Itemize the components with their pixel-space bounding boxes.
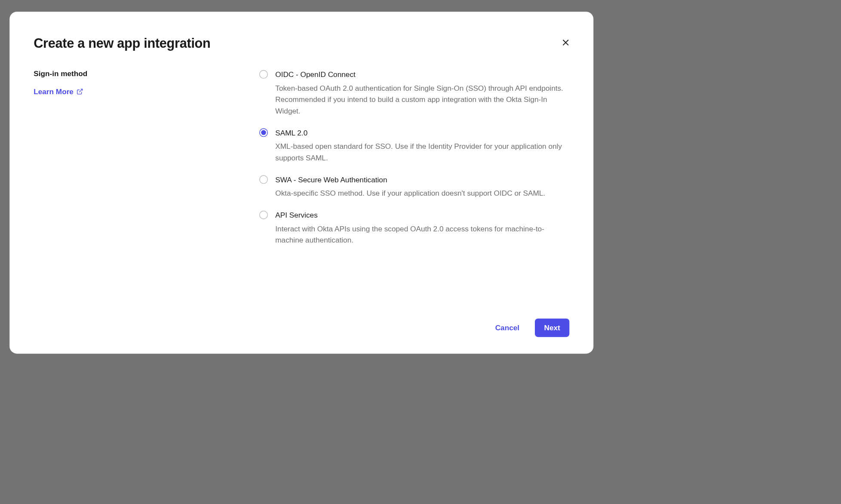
learn-more-link[interactable]: Learn More	[34, 87, 83, 96]
option-desc: Interact with Okta APIs using the scoped…	[275, 223, 569, 246]
svg-line-2	[80, 89, 83, 92]
close-button[interactable]	[560, 37, 571, 48]
option-swa[interactable]: SWA - Secure Web Authentication Okta-spe…	[259, 175, 569, 199]
learn-more-text: Learn More	[34, 87, 74, 96]
external-link-icon	[77, 88, 83, 95]
option-saml[interactable]: SAML 2.0 XML-based open standard for SSO…	[259, 128, 569, 163]
option-oidc[interactable]: OIDC - OpenID Connect Token-based OAuth …	[259, 69, 569, 117]
option-desc: XML-based open standard for SSO. Use if …	[275, 141, 569, 163]
signin-method-label: Sign-in method	[34, 69, 259, 78]
option-api-services[interactable]: API Services Interact with Okta APIs usi…	[259, 210, 569, 246]
modal-title: Create a new app integration	[34, 36, 569, 51]
radio-saml[interactable]	[259, 128, 268, 137]
option-title: API Services	[275, 210, 569, 220]
option-desc: Token-based OAuth 2.0 authentication for…	[275, 82, 569, 117]
cancel-button[interactable]: Cancel	[489, 319, 525, 336]
option-title: SAML 2.0	[275, 128, 569, 138]
option-title: SWA - Secure Web Authentication	[275, 175, 569, 185]
close-icon	[562, 39, 570, 47]
option-title: OIDC - OpenID Connect	[275, 69, 569, 80]
radio-oidc[interactable]	[259, 70, 268, 79]
radio-api-services[interactable]	[259, 211, 268, 219]
modal-footer: Cancel Next	[34, 319, 569, 337]
create-app-integration-modal: Create a new app integration Sign-in met…	[9, 12, 593, 353]
signin-method-options: OIDC - OpenID Connect Token-based OAuth …	[259, 69, 569, 318]
option-desc: Okta-specific SSO method. Use if your ap…	[275, 187, 569, 199]
next-button[interactable]: Next	[535, 319, 569, 337]
radio-swa[interactable]	[259, 175, 268, 184]
